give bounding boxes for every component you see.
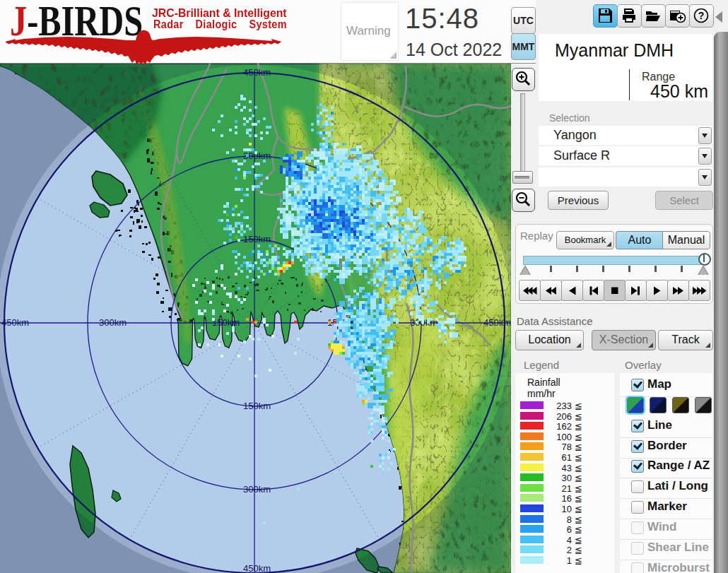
svg-text:450km: 450km <box>483 317 511 328</box>
svg-text:450km: 450km <box>1 317 29 328</box>
svg-text:300km: 300km <box>99 317 127 328</box>
svg-text:150km: 150km <box>212 317 240 328</box>
svg-text:450km: 450km <box>243 563 271 573</box>
svg-text:150km: 150km <box>243 234 271 244</box>
svg-text:?: ? <box>698 10 705 21</box>
svg-text:450km: 450km <box>243 67 271 78</box>
svg-text:300km: 300km <box>243 484 271 495</box>
svg-text:150km: 150km <box>243 401 271 411</box>
